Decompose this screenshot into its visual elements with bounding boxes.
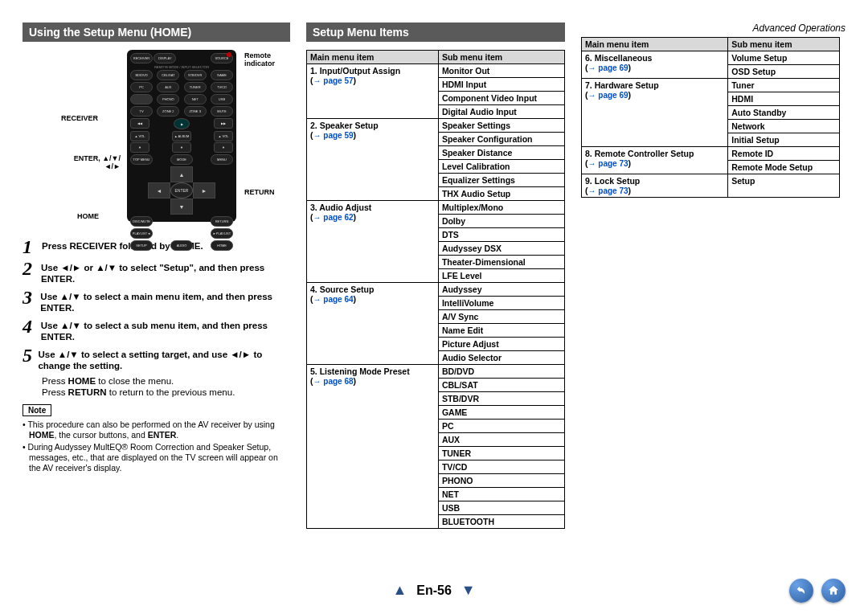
prev-page-button[interactable]: ▲ bbox=[392, 582, 407, 599]
th-main: Main menu item bbox=[307, 51, 439, 64]
sub-menu-cell: Network bbox=[728, 120, 840, 133]
notes-list: • This procedure can also be performed o… bbox=[23, 420, 290, 473]
sub-menu-cell: PC bbox=[438, 420, 564, 433]
sub-menu-cell: Audio Selector bbox=[438, 351, 564, 365]
undo-icon bbox=[795, 584, 808, 597]
sub-menu-cell: Audyssey DSX bbox=[438, 242, 564, 256]
sub-menu-cell: Speaker Distance bbox=[438, 146, 564, 160]
sub-menu-cell: Initial Setup bbox=[728, 133, 840, 147]
table-row: 5. Listening Mode Preset(→ page 68)BD/DV… bbox=[307, 365, 565, 379]
th-main-r: Main menu item bbox=[582, 38, 728, 51]
main-menu-cell: 8. Remote Controller Setup(→ page 73) bbox=[582, 147, 728, 174]
step-text: Use ▲/▼ to select a sub menu item, and t… bbox=[41, 317, 290, 342]
step-text: Use ▲/▼ to select a main menu item, and … bbox=[40, 289, 290, 313]
step-number: 3 bbox=[23, 289, 40, 306]
sub-menu-cell: Digital Audio Input bbox=[438, 105, 564, 119]
sub-menu-cell: Remote ID bbox=[728, 147, 840, 161]
sub-menu-cell: Picture Adjust bbox=[438, 338, 564, 351]
return-hint: Press RETURN to return to the previous m… bbox=[42, 387, 290, 398]
sub-menu-cell: Audyssey bbox=[438, 283, 564, 297]
sub-menu-cell: Speaker Settings bbox=[438, 119, 564, 133]
table-row: 6. Miscellaneous(→ page 69)Volume Setup bbox=[582, 51, 840, 65]
main-menu-cell: 9. Lock Setup(→ page 73) bbox=[582, 174, 728, 198]
breadcrumb-section: Advanced Operations bbox=[753, 23, 845, 34]
remote-indicator-label: Remote indicator bbox=[244, 51, 290, 68]
table-row: 1. Input/Output Assign(→ page 57)Monitor… bbox=[307, 64, 565, 78]
sub-menu-cell: AUX bbox=[438, 433, 564, 447]
enter-label: ENTER, ▲/▼/◄/► bbox=[72, 154, 121, 170]
sub-menu-cell: GAME bbox=[438, 406, 564, 420]
sub-menu-cell: HDMI Input bbox=[438, 78, 564, 92]
page-link[interactable]: → page 68 bbox=[313, 377, 354, 386]
table-row: 4. Source Setup(→ page 64)Audyssey bbox=[307, 283, 565, 297]
main-menu-cell: 6. Miscellaneous(→ page 69) bbox=[582, 51, 728, 79]
steps-list: 1Press RECEIVER followed by HOME.2Use ◄/… bbox=[23, 238, 290, 398]
step-text: Use ▲/▼ to select a setting target, and … bbox=[38, 346, 290, 371]
sub-menu-cell: TV/CD bbox=[438, 460, 564, 474]
sub-menu-cell: TUNER bbox=[438, 447, 564, 460]
menu-table-left: Main menu item Sub menu item 1. Input/Ou… bbox=[306, 50, 565, 529]
sub-menu-cell: Component Video Input bbox=[438, 92, 564, 105]
note-item: • This procedure can also be performed o… bbox=[23, 420, 290, 440]
page-link[interactable]: → page 73 bbox=[588, 186, 628, 195]
step-text: Use ◄/► or ▲/▼ to select "Setup", and th… bbox=[41, 260, 290, 284]
sub-menu-cell: LFE Level bbox=[438, 269, 564, 283]
note-label: Note bbox=[23, 404, 51, 416]
table-row: 7. Hardware Setup(→ page 69)Tuner bbox=[582, 79, 840, 92]
step-number: 2 bbox=[23, 260, 41, 277]
main-menu-cell: 5. Listening Mode Preset(→ page 68) bbox=[307, 365, 439, 529]
sub-menu-cell: Auto Standby bbox=[728, 106, 840, 120]
sub-menu-cell: Tuner bbox=[728, 79, 840, 92]
sub-menu-cell: HDMI bbox=[728, 92, 840, 106]
table-row: 2. Speaker Setup(→ page 59)Speaker Setti… bbox=[307, 119, 565, 133]
sub-menu-cell: Theater-Dimensional bbox=[438, 256, 564, 269]
remote-illustration: RECEIVERDISPLAYSOURCE REMOTE MODE / INPU… bbox=[127, 50, 236, 222]
sub-menu-cell: Setup bbox=[728, 174, 840, 198]
table-row: 9. Lock Setup(→ page 73)Setup bbox=[582, 174, 840, 198]
back-button[interactable] bbox=[789, 579, 813, 603]
home-button[interactable] bbox=[821, 579, 845, 603]
main-menu-cell: 3. Audio Adjust(→ page 62) bbox=[307, 201, 439, 283]
page-link[interactable]: → page 64 bbox=[313, 295, 354, 304]
section-heading-2: Setup Menu Items bbox=[306, 23, 565, 42]
next-page-button[interactable]: ▼ bbox=[461, 582, 476, 599]
page-link[interactable]: → page 59 bbox=[313, 131, 354, 140]
sub-menu-cell: Name Edit bbox=[438, 324, 564, 338]
section-heading-1: Using the Setup Menu (HOME) bbox=[23, 23, 290, 42]
remote-indicator-led bbox=[227, 52, 231, 57]
step-number: 1 bbox=[23, 238, 42, 256]
sub-menu-cell: Level Calibration bbox=[438, 160, 564, 174]
page-link[interactable]: → page 62 bbox=[313, 213, 354, 222]
sub-menu-cell: Volume Setup bbox=[728, 51, 840, 65]
sub-menu-cell: PHONO bbox=[438, 474, 564, 488]
sub-menu-cell: BLUETOOTH bbox=[438, 515, 564, 529]
sub-menu-cell: THX Audio Setup bbox=[438, 187, 564, 201]
main-menu-cell: 4. Source Setup(→ page 64) bbox=[307, 283, 439, 365]
step-number: 4 bbox=[23, 317, 41, 335]
sub-menu-cell: A/V Sync bbox=[438, 310, 564, 324]
th-sub: Sub menu item bbox=[438, 51, 564, 64]
step-number: 5 bbox=[23, 346, 38, 364]
remote-diagram: Remote indicator RECEIVER ENTER, ▲/▼/◄/►… bbox=[23, 50, 290, 231]
receiver-label: RECEIVER bbox=[61, 114, 98, 122]
page-link[interactable]: → page 57 bbox=[313, 76, 354, 85]
sub-menu-cell: USB bbox=[438, 501, 564, 515]
sub-menu-cell: OSD Setup bbox=[728, 65, 840, 79]
menu-table-right: Main menu item Sub menu item 6. Miscella… bbox=[581, 37, 840, 198]
sub-menu-cell: Speaker Configuration bbox=[438, 133, 564, 146]
page-link[interactable]: → page 69 bbox=[588, 63, 628, 72]
sub-menu-cell: DTS bbox=[438, 228, 564, 242]
table-row: 3. Audio Adjust(→ page 62)Multiplex/Mono bbox=[307, 201, 565, 215]
main-menu-cell: 1. Input/Output Assign(→ page 57) bbox=[307, 64, 439, 119]
page-link[interactable]: → page 69 bbox=[588, 91, 628, 100]
sub-menu-cell: NET bbox=[438, 488, 564, 501]
close-hint: Press HOME to close the menu. bbox=[42, 375, 290, 387]
main-menu-cell: 2. Speaker Setup(→ page 59) bbox=[307, 119, 439, 201]
sub-menu-cell: Monitor Out bbox=[438, 64, 564, 78]
home-label: HOME bbox=[77, 212, 99, 220]
sub-menu-cell: Multiplex/Mono bbox=[438, 201, 564, 215]
sub-menu-cell: Remote Mode Setup bbox=[728, 161, 840, 174]
note-item: • During Audyssey MultEQ® Room Correctio… bbox=[23, 442, 290, 473]
sub-menu-cell: Dolby bbox=[438, 215, 564, 228]
page-link[interactable]: → page 73 bbox=[588, 159, 628, 168]
